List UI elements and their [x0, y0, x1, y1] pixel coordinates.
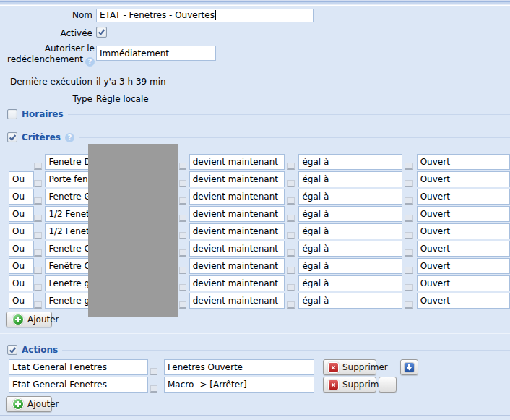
criteria-comparator-select[interactable]: égal à: [298, 171, 402, 187]
type-label: Type: [72, 94, 92, 105]
actions-table: Etat General Fenetres Fenetres Ouverte S…: [0, 359, 510, 394]
criteria-comparator-select[interactable]: égal à: [298, 154, 402, 170]
criteria-operator-select[interactable]: Ou: [9, 189, 34, 205]
divider-shim: [179, 180, 186, 187]
action-row: Etat General Fenetres Macro -> [Arrêter]…: [0, 377, 510, 393]
divider-shim: [34, 301, 43, 309]
divider-shim: [150, 368, 157, 375]
criteria-value-select[interactable]: Ouvert: [417, 293, 510, 309]
blank-button[interactable]: [379, 377, 397, 393]
horaires-checkbox[interactable]: [7, 109, 17, 119]
retrigger-input[interactable]: Immédiatement: [96, 46, 216, 61]
add-criteria-button[interactable]: Ajouter: [6, 312, 52, 327]
help-icon[interactable]: ?: [85, 57, 95, 67]
delete-action-button[interactable]: Supprimer: [323, 359, 376, 375]
action-command-select[interactable]: Fenetres Ouverte: [164, 359, 314, 375]
action-command-select[interactable]: Macro -> [Arrêter]: [164, 377, 314, 393]
criteria-row: Fenetre D devient maintenant égal à Ouve…: [0, 154, 510, 170]
divider-shim: [405, 284, 413, 291]
add-action-button[interactable]: Ajouter: [6, 396, 52, 412]
criteria-row: Ou Fenêtre C devient maintenant égal à O…: [0, 258, 510, 274]
criteria-comparator-select[interactable]: égal à: [298, 223, 402, 239]
divider-shim: [179, 232, 186, 239]
section-divider: [62, 350, 510, 351]
action-row: Etat General Fenetres Fenetres Ouverte S…: [0, 359, 510, 375]
actions-checkbox[interactable]: [7, 345, 17, 355]
add-criteria-label: Ajouter: [27, 314, 59, 325]
criteria-row: Ou 1/2 Fenet devient maintenant égal à O…: [0, 206, 510, 222]
divider-shim: [405, 232, 413, 239]
criteria-operator-select[interactable]: Ou: [9, 241, 34, 257]
divider-shim: [34, 197, 43, 205]
criteria-event-select[interactable]: devient maintenant: [189, 293, 285, 309]
criteria-comparator-select[interactable]: égal à: [298, 206, 402, 222]
checkmark-icon: [98, 28, 105, 36]
criteria-comparator-select[interactable]: égal à: [298, 258, 402, 274]
down-arrow-icon: [404, 362, 415, 373]
criteria-value-select[interactable]: Ouvert: [417, 241, 510, 257]
divider-shim: [405, 267, 413, 274]
retrigger-label-line1: Autoriser le: [7, 43, 95, 54]
divider-shim: [179, 284, 186, 291]
enabled-checkbox[interactable]: [96, 27, 107, 38]
divider-shim: [405, 249, 413, 257]
section-title-horaires: Horaires: [22, 109, 64, 119]
divider-shim: [179, 301, 186, 309]
divider-shim: [34, 284, 43, 291]
criteria-value-select[interactable]: Ouvert: [417, 206, 510, 222]
criteria-operator-select[interactable]: Ou: [9, 293, 34, 309]
redaction-overlay: [88, 144, 178, 317]
action-target-select[interactable]: Etat General Fenetres: [9, 377, 148, 393]
plus-icon: [12, 314, 24, 325]
criteria-row: Ou Fenetre g devient maintenant égal à O…: [0, 275, 510, 291]
add-action-label: Ajouter: [27, 399, 59, 409]
criteria-operator-select[interactable]: Ou: [9, 206, 34, 222]
criteria-value-select[interactable]: Ouvert: [417, 275, 510, 291]
criteria-event-select[interactable]: devient maintenant: [189, 189, 285, 205]
criteria-operator-select[interactable]: Ou: [9, 171, 34, 187]
type-value: Règle locale: [96, 94, 149, 105]
criteria-value-select[interactable]: Ouvert: [417, 189, 510, 205]
criteria-event-select[interactable]: devient maintenant: [189, 241, 285, 257]
criteria-value-select[interactable]: Ouvert: [417, 171, 510, 187]
criteria-event-select[interactable]: devient maintenant: [189, 206, 285, 222]
criteria-event-select[interactable]: devient maintenant: [189, 258, 285, 274]
section-actions: Actions: [7, 344, 510, 356]
delete-action-button[interactable]: Supprimer: [323, 377, 376, 393]
divider-shim: [405, 180, 413, 187]
criteria-operator-select[interactable]: Ou: [9, 223, 34, 239]
criteria-row: Ou 1/2 Fenet devient maintenant égal à O…: [0, 223, 510, 239]
criteria-operator-select[interactable]: Ou: [9, 275, 34, 291]
criteres-checkbox[interactable]: [7, 132, 17, 142]
criteria-value-select[interactable]: Ouvert: [417, 258, 510, 274]
criteria-comparator-select[interactable]: égal à: [298, 293, 402, 309]
criteria-operator-select[interactable]: Ou: [9, 258, 34, 274]
divider-shim: [217, 46, 259, 61]
divider-shim: [287, 284, 295, 291]
criteria-event-select[interactable]: devient maintenant: [189, 171, 285, 187]
last-run-value: il y'a 3 h 39 min: [96, 77, 166, 87]
action-target-select[interactable]: Etat General Fenetres: [9, 359, 148, 375]
section-divider: [68, 114, 510, 115]
help-icon[interactable]: ?: [65, 133, 74, 142]
criteria-event-select[interactable]: devient maintenant: [189, 223, 285, 239]
divider-shim: [34, 232, 43, 239]
criteria-event-select[interactable]: devient maintenant: [189, 275, 285, 291]
divider-shim: [179, 197, 186, 205]
criteria-value-select[interactable]: Ouvert: [417, 154, 510, 170]
criteria-comparator-select[interactable]: égal à: [298, 189, 402, 205]
criteria-comparator-select[interactable]: égal à: [298, 275, 402, 291]
criteria-value-select[interactable]: Ouvert: [417, 223, 510, 239]
divider-shim: [34, 249, 43, 257]
divider-shim: [287, 301, 295, 309]
divider-shim: [34, 267, 43, 274]
divider-shim: [34, 180, 43, 187]
divider-shim: [405, 163, 413, 170]
move-down-button[interactable]: [400, 359, 418, 375]
rule-name-input[interactable]: ETAT - Fenetres - Ouvertes: [96, 9, 314, 22]
section-end-divider: [0, 333, 510, 334]
criteria-comparator-select[interactable]: égal à: [298, 241, 402, 257]
red-x-icon: [328, 380, 339, 390]
retrigger-label: Autoriser le redéclenchement?: [7, 43, 95, 67]
criteria-event-select[interactable]: devient maintenant: [189, 154, 285, 170]
